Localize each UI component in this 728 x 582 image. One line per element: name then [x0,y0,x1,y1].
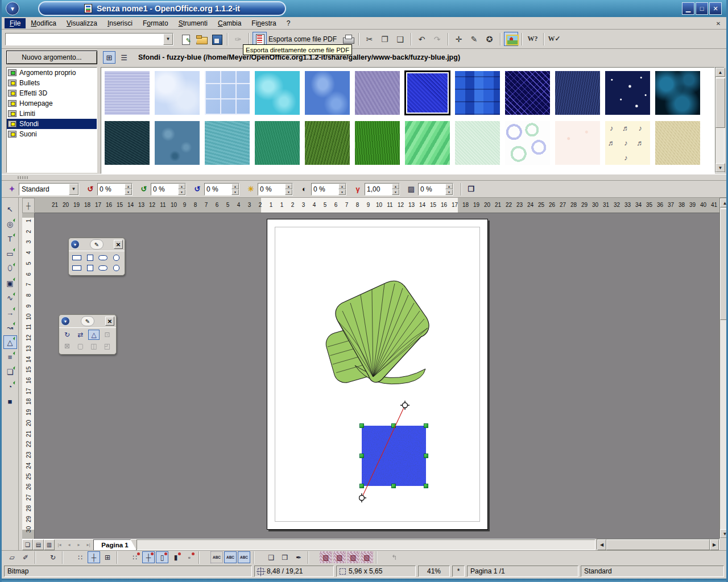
menu-item[interactable]: Modifica [26,18,61,28]
spin-up-icon[interactable]: ▲ [178,184,185,189]
spin-down-icon[interactable]: ▼ [231,189,239,195]
graphics-mode-combo[interactable]: Standard ▼ [19,183,79,196]
menu-item[interactable]: Inserisci [102,18,138,28]
scroll-right-icon[interactable]: ▶ [710,539,719,550]
toolbar-close-icon[interactable]: ✕ [114,240,123,249]
rotate-3d-icon[interactable]: △ [88,330,100,340]
lilac-leather[interactable] [354,70,400,115]
menu-item[interactable]: Formato [138,18,173,28]
green-waves[interactable] [404,120,450,165]
horizontal-ruler[interactable]: 212019181716151413121110987654321 123456… [35,198,719,213]
separator[interactable] [409,33,413,45]
alignment-tool[interactable]: ≡ [3,350,17,364]
scroll-down-icon[interactable]: ▼ [720,529,728,538]
snap-to-object-border-icon[interactable]: ▮ [169,551,182,563]
gallery-theme-item[interactable]: Argomento proprio [7,68,97,78]
rotate-icon[interactable]: ↻ [61,330,73,340]
show-snap-lines-icon[interactable]: ┼ [88,551,100,563]
spin-down-icon[interactable]: ▼ [392,189,399,195]
status-zoom[interactable]: 41% [418,566,450,577]
spin-down-icon[interactable]: ▼ [338,189,346,195]
night-sky-stars[interactable] [605,70,651,115]
prev-page-icon[interactable]: ◂ [64,539,74,550]
connector-tool[interactable]: ↝ [3,321,17,334]
gallery-theme-item[interactable]: Sfondi [7,119,97,129]
next-page-icon[interactable]: ▸ [74,539,84,550]
spin-field[interactable]: 0 % ▲▼ [97,183,133,196]
separator[interactable] [446,33,450,45]
fuzzy-blue[interactable] [404,70,450,115]
spin-down-icon[interactable]: ▼ [178,189,185,195]
rounded-square-filled-icon[interactable] [110,253,122,262]
spin-down-icon[interactable]: ▼ [285,189,292,195]
layer-mode-icon[interactable]: ▥ [44,539,55,550]
sand-beige[interactable] [655,120,701,165]
pale-mint[interactable] [454,120,500,165]
cut-icon[interactable]: ✂ [362,32,377,46]
spin-up-icon[interactable]: ▲ [338,184,346,189]
gallery-theme-item[interactable]: Bullets [7,78,97,88]
gallery-scrollbar-thumb[interactable] [715,78,725,128]
undo-icon[interactable]: ↶ [415,32,429,46]
picture-placeholder-icon[interactable]: ▨ [320,551,332,563]
gallery-icon[interactable] [504,32,518,46]
snap-to-grid-icon[interactable]: ∷ [129,551,141,563]
gallery-theme-item[interactable]: Homepage [7,98,97,109]
show-grid-icon[interactable]: ∷ [74,551,86,563]
gallery-theme-item[interactable]: Limiti [7,109,97,119]
page-mode-icon[interactable]: ❏ [22,539,33,550]
lavender-fabric[interactable] [104,70,150,115]
dark-teal-rough[interactable] [104,120,150,165]
spin-up-icon[interactable]: ▲ [445,184,453,189]
guides-front-icon[interactable]: ⊞ [101,551,114,563]
snap-to-margins-icon[interactable]: ▯ [156,551,168,563]
copy-icon[interactable]: ❐ [378,32,392,46]
blue-circuit[interactable] [504,70,551,115]
crop-icon[interactable]: ❒ [465,185,477,193]
drawing-canvas[interactable]: ▼ ✎ ✕ ▼ ✎ ✕ ↻⇄△⊡⊠▢◫◰ [35,213,719,539]
stylist-icon[interactable]: ✎ [467,32,481,46]
toolbar-menu-icon[interactable]: ▼ [71,240,80,249]
spellcheck-icon[interactable]: W? [526,32,540,46]
ruler-origin-icon[interactable]: ┼ [22,198,35,213]
grid-view-icon[interactable]: ⊞ [103,51,115,64]
separator[interactable] [374,551,387,563]
cyan-water[interactable] [254,70,300,115]
dark-ink-blobs[interactable] [655,70,701,115]
redo-icon[interactable]: ↷ [430,32,444,46]
pastel-rings[interactable] [504,120,551,165]
green-grass[interactable] [354,120,400,165]
combo-dropdown-icon[interactable]: ▼ [69,184,78,195]
selection-handle[interactable] [424,454,428,458]
edit-points-icon[interactable]: ▱ [6,551,18,563]
ellipse-tool[interactable]: ⬯ [3,261,17,275]
scroll-up-icon[interactable]: ▲ [715,68,725,77]
cream-speckle[interactable] [555,120,601,165]
first-page-icon[interactable]: |◂ [55,539,64,550]
arrange-tool[interactable]: ❏ [3,365,17,379]
spin-field[interactable]: 0 % ▲▼ [151,183,186,196]
paste-icon[interactable]: ❑ [393,32,407,46]
spin-up-icon[interactable]: ▲ [285,184,292,189]
status-style-info[interactable]: Standard [581,566,724,577]
rounded-rectangle-filled-icon[interactable] [97,253,109,262]
navigator-icon[interactable]: ✛ [452,32,466,46]
effects-tool[interactable]: △ [3,335,17,349]
lines-arrows-tool[interactable]: → [3,306,17,319]
blue-tiles[interactable] [204,70,250,115]
dark-denim[interactable] [555,70,601,115]
gallery-theme-item[interactable]: Effetti 3D [7,88,97,98]
new-document-icon[interactable] [179,32,193,46]
square-filled-icon[interactable] [84,253,96,262]
steel-water-drops[interactable] [154,120,200,165]
master-mode-icon[interactable]: ▤ [33,539,44,550]
spin-down-icon[interactable]: ▼ [125,189,132,195]
text-placeholder-icon[interactable]: ▨ [347,551,359,563]
exit-all-groups-icon[interactable]: ↰ [388,551,400,563]
insert-tool[interactable]: ◔ [3,380,17,393]
gallery-splitter[interactable] [2,174,726,181]
menu-item[interactable]: Cambia [213,18,246,28]
filter-icon[interactable]: ✦ [6,185,18,193]
transparency-interactive-icon[interactable]: ◫ [88,341,100,351]
spin-up-icon[interactable]: ▲ [231,184,239,189]
